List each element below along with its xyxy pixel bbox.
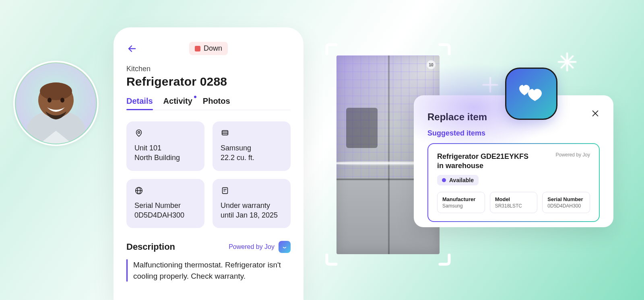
suggested-item-name: in warehouse xyxy=(437,161,528,171)
joy-badge-icon xyxy=(279,241,291,253)
info-line: Samsung xyxy=(221,143,283,153)
tab-label: Activity xyxy=(163,97,192,105)
info-line: North Building xyxy=(134,153,196,162)
suggested-item-name: Refrigerator GDE21EYKFS xyxy=(437,152,528,161)
tab-activity[interactable]: Activity xyxy=(163,97,192,110)
svg-point-4 xyxy=(47,98,52,103)
spec-label: Serial Number xyxy=(547,196,585,202)
asset-detail-card: Down Kitchen Refrigerator 0288 Details A… xyxy=(114,27,303,300)
info-line: Serial Number xyxy=(134,201,196,210)
info-line: 0D5D4DAH300 xyxy=(134,210,196,220)
arrow-left-icon xyxy=(127,44,137,53)
hearts-blob-icon xyxy=(505,68,557,120)
powered-by: Powered by Joy xyxy=(229,241,291,253)
fridge-brand-badge: 10 xyxy=(427,60,436,69)
spec-row: Manufacturer Samsung Model SR318LSTC Ser… xyxy=(437,192,590,213)
svg-rect-14 xyxy=(223,187,228,193)
description-body: Malfunctioning thermostat. Refrigerator … xyxy=(126,259,291,282)
breadcrumb: Kitchen xyxy=(126,65,291,73)
fridge-seam xyxy=(388,55,390,254)
tab-label: Photos xyxy=(203,97,230,105)
spec-label: Model xyxy=(495,196,533,202)
suggested-item-header: Refrigerator GDE21EYKFS in warehouse Pow… xyxy=(437,152,590,171)
powered-by-note: Powered by Joy xyxy=(556,152,590,158)
info-card-warranty[interactable]: Under warranty until Jan 18, 2025 xyxy=(213,179,291,228)
info-line: until Jan 18, 2025 xyxy=(221,210,283,220)
appliance-icon xyxy=(221,129,283,139)
notification-dot-icon xyxy=(194,96,196,98)
availability-dot-icon xyxy=(442,178,446,182)
pin-icon xyxy=(134,129,196,139)
status-dot-icon xyxy=(195,46,200,51)
spec-manufacturer: Manufacturer Samsung xyxy=(437,192,485,213)
panel-subtitle: Suggested items xyxy=(427,129,600,138)
suggested-item-card[interactable]: Refrigerator GDE21EYKFS in warehouse Pow… xyxy=(427,143,600,222)
spec-serial: Serial Number 0D5D4DAH300 xyxy=(542,192,590,213)
avatar xyxy=(13,61,99,146)
spec-label: Manufacturer xyxy=(442,196,480,202)
status-label: Down xyxy=(204,44,222,53)
status-badge: Down xyxy=(189,42,228,55)
spec-model: Model SR318LSTC xyxy=(490,192,538,213)
tabs: Details Activity Photos xyxy=(126,97,291,110)
tab-photos[interactable]: Photos xyxy=(203,97,230,110)
info-line: 22.2 cu. ft. xyxy=(221,153,283,162)
info-card-serial[interactable]: Serial Number 0D5D4DAH300 xyxy=(126,179,204,228)
info-line: Unit 101 xyxy=(134,143,196,153)
spec-value: 0D5D4DAH300 xyxy=(547,203,585,209)
back-button[interactable] xyxy=(126,43,138,54)
page-title: Refrigerator 0288 xyxy=(126,75,291,88)
globe-icon xyxy=(134,186,196,197)
close-icon xyxy=(591,109,600,118)
spec-value: SR318LSTC xyxy=(495,203,533,209)
card-header: Down xyxy=(126,42,291,55)
svg-point-7 xyxy=(138,132,140,134)
info-card-location[interactable]: Unit 101 North Building xyxy=(126,121,204,171)
description-header: Description Powered by Joy xyxy=(126,241,291,253)
powered-by-label: Powered by Joy xyxy=(229,243,275,251)
close-button[interactable] xyxy=(588,107,602,122)
description-heading: Description xyxy=(126,242,175,252)
availability-label: Available xyxy=(449,177,474,183)
tab-label: Details xyxy=(126,97,153,105)
spec-value: Samsung xyxy=(442,203,480,209)
svg-rect-8 xyxy=(222,131,228,135)
sparkle-icon xyxy=(557,52,577,72)
availability-badge: Available xyxy=(437,175,479,185)
fridge-dispenser xyxy=(346,108,378,148)
info-card-spec[interactable]: Samsung 22.2 cu. ft. xyxy=(213,121,291,171)
sparkle-icon xyxy=(482,76,499,93)
svg-point-3 xyxy=(40,82,72,100)
receipt-icon xyxy=(221,186,283,197)
tab-details[interactable]: Details xyxy=(126,97,153,110)
svg-point-5 xyxy=(60,98,64,103)
avatar-illustration xyxy=(16,63,96,144)
info-line: Under warranty xyxy=(221,201,283,210)
info-grid: Unit 101 North Building Samsung 22.2 cu.… xyxy=(126,121,291,228)
